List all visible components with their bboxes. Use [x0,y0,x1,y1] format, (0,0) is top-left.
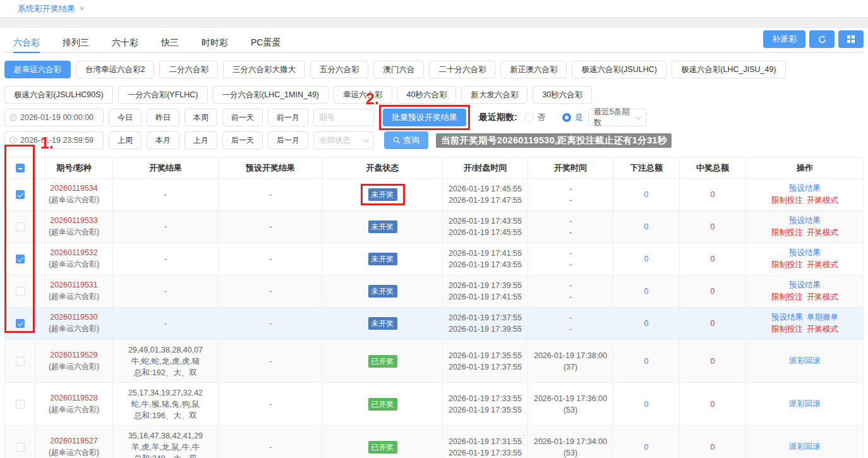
bet-total-link[interactable]: 0 [644,357,649,366]
win-total: 0 [711,222,715,231]
open-close-cell: 2026-01-19 17:41:552026-01-19 17:43:55 [443,243,528,275]
search-button-label: 查询 [403,135,419,146]
action-link[interactable]: 预设结果 [789,280,821,289]
lottery-button[interactable]: 台湾幸运六合彩2 [76,61,154,78]
action-link[interactable]: 限制投注 [771,260,803,269]
period-number: 20260119530 [37,313,111,322]
lottery-button[interactable]: 五分六合彩 [310,61,369,78]
row-checkbox[interactable] [16,319,25,328]
select-all-checkbox[interactable] [16,164,25,172]
lottery-button[interactable]: 二十分六合彩 [429,61,495,78]
supplement-payout-button[interactable]: 补派彩 [763,30,805,48]
bet-total-link[interactable]: 0 [644,287,649,296]
action-link[interactable]: 预设结果 [789,216,821,225]
draw-time-line: - [529,280,612,291]
table-row: 20260119530(超幸运六合彩)--未开奖2026-01-19 17:37… [5,308,864,340]
tab-3[interactable]: 六十彩 [112,34,138,52]
lottery-button[interactable]: 三分六合彩大撒大 [223,61,305,78]
row-checkbox[interactable] [16,287,25,296]
lottery-button[interactable]: 幸运六合彩 [334,86,392,104]
action-link[interactable]: 预设结果 [789,248,821,257]
action-link[interactable]: 单期撤单 [807,313,838,322]
quick-filter-button[interactable]: 上周 [109,131,142,149]
lottery-button[interactable]: 一分六合彩(YFLHC) [118,86,208,104]
quick-filter-button[interactable]: 今日 [109,109,142,126]
lottery-button[interactable]: 新大发六合彩 [461,86,527,104]
row-checkbox[interactable] [16,222,25,231]
bet-total-link[interactable]: 0 [644,222,649,231]
quick-filter-button[interactable]: 上月 [184,131,217,149]
lottery-button[interactable]: 40秒六合彩 [397,86,457,104]
action-link[interactable]: 开奖模式 [807,292,838,301]
lottery-button[interactable]: 极速六合彩(LHC_JISU_49) [672,61,786,78]
status-select[interactable]: 全部状态 [313,131,374,149]
lottery-button[interactable]: 二分六合彩 [159,61,218,78]
action-link[interactable]: 开奖模式 [807,325,838,334]
close-time: 2026-01-19 17:39:55 [444,323,526,335]
status-badge: 已开奖 [368,355,397,368]
action-link[interactable]: 限制投注 [771,228,803,237]
lottery-button[interactable]: 一分六合彩(LHC_1MIN_49) [213,86,329,104]
lottery-button[interactable]: 极速六合彩(JSULHC90S) [4,86,113,104]
action-link[interactable]: 预设结果 [771,313,803,322]
radio-no[interactable]: 否 [525,112,546,123]
quick-filter-button[interactable]: 前一月 [268,109,308,126]
open-close-cell: 2026-01-19 17:43:552026-01-19 17:45:55 [443,211,528,243]
quick-filter-button[interactable]: 本周 [184,109,217,126]
draw-time-line: - [529,227,612,238]
end-time-input[interactable]: 2026-01-19 23:59:59 [4,131,104,149]
bet-total-link[interactable]: 0 [644,190,649,199]
bet-total-link[interactable]: 0 [644,255,649,263]
search-button[interactable]: 查询 [384,131,428,149]
lottery-button[interactable]: 新正澳六合彩 [500,61,567,78]
row-checkbox[interactable] [16,400,25,409]
lottery-button[interactable]: 极速六合彩(JSULHC) [572,61,666,78]
row-checkbox[interactable] [16,255,25,263]
close-icon[interactable]: × [80,4,85,13]
lottery-button[interactable]: 超幸运六合彩 [4,61,71,78]
start-time-input[interactable]: 2026-01-19 00:00:00 [4,109,104,126]
radio-yes-circle[interactable] [562,113,571,122]
action-link[interactable]: 派彩回滚 [789,399,821,408]
bet-total-link[interactable]: 0 [644,400,649,409]
radio-no-circle[interactable] [525,113,534,122]
action-link[interactable]: 预设结果 [789,184,821,193]
action-link[interactable]: 派彩回滚 [789,356,821,365]
lottery-button[interactable]: 30秒六合彩 [533,86,592,104]
open-time: 2026-01-19 17:31:55 [444,436,526,447]
radio-yes[interactable]: 是 [562,112,583,123]
lottery-button[interactable]: 澳门六合 [373,61,424,78]
tab-2[interactable]: 排列三 [63,34,89,52]
row-checkbox[interactable] [16,357,25,366]
row-checkbox[interactable] [16,190,25,199]
row-checkbox[interactable] [16,443,25,452]
status-cell: 未开奖 [323,308,443,340]
tab-6[interactable]: PC蛋蛋 [251,34,280,52]
column-settings-button[interactable] [838,30,864,48]
bet-total-link[interactable]: 0 [644,443,649,452]
action-link[interactable]: 开奖模式 [807,196,838,205]
quick-filter-button[interactable]: 本月 [147,131,179,149]
action-link[interactable]: 派彩回滚 [789,442,821,451]
recent-count-select[interactable]: 最近5条期数 [588,109,646,126]
bet-total-link[interactable]: 0 [644,319,649,328]
win-total: 0 [711,319,715,328]
action-link[interactable]: 限制投注 [771,292,803,301]
refresh-button[interactable] [809,30,835,48]
status-badge: 未开奖 [368,317,397,330]
action-link[interactable]: 限制投注 [771,325,803,334]
batch-preset-results-button[interactable]: 批量预设开奖结果 [383,109,466,126]
tab-1[interactable]: 六合彩 [13,34,40,53]
quick-filter-button[interactable]: 昨日 [147,109,179,126]
action-link[interactable]: 开奖模式 [807,228,838,237]
open-time: 2026-01-19 17:41:55 [444,248,526,259]
quick-filter-button[interactable]: 后一天 [222,131,263,149]
quick-filter-button[interactable]: 前一天 [222,109,263,126]
action-link[interactable]: 开奖模式 [807,260,838,269]
tab-5[interactable]: 时时彩 [202,34,228,52]
period-input[interactable] [313,109,374,126]
action-link[interactable]: 限制投注 [771,196,803,205]
tab-4[interactable]: 快三 [161,34,179,52]
window-tab[interactable]: 系统彩开奖结果 × [18,3,85,15]
quick-filter-button[interactable]: 后一月 [268,131,308,149]
